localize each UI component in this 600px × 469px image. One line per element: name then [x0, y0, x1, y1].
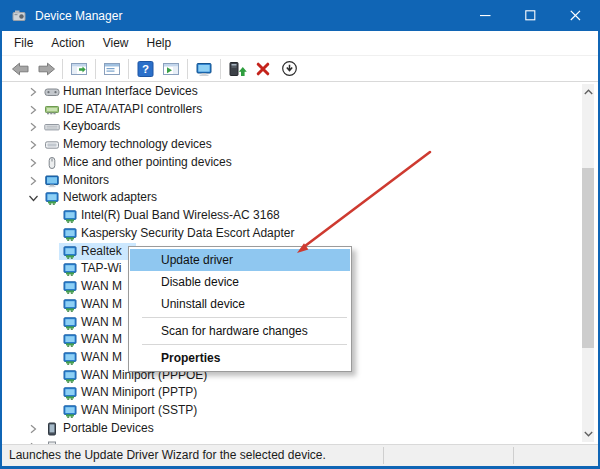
menubar: FileActionViewHelp: [2, 31, 598, 56]
monitor-icon: [44, 173, 60, 189]
context-menu-separator: [142, 344, 347, 345]
menubar-item-file[interactable]: File: [5, 31, 42, 55]
portable-icon: [44, 421, 60, 437]
tree-item-kaspersky-security-data-escort-adapter[interactable]: Kaspersky Security Data Escort Adapter: [2, 225, 585, 243]
tree-item-memory-technology-devices[interactable]: Memory technology devices: [2, 136, 585, 154]
tree-item-human-interface-devices[interactable]: Human Interface Devices: [2, 83, 585, 101]
chevron-right-icon[interactable]: [26, 103, 40, 117]
context-menu-item-scan-for-hardware-changes[interactable]: Scan for hardware changes: [130, 320, 350, 342]
tree-item-ide-ata-atapi-controllers[interactable]: IDE ATA/ATAPI controllers: [2, 101, 585, 119]
device-manager-window: Device Manager FileActionViewHelp ? Huma…: [0, 0, 600, 469]
window-controls: [463, 0, 598, 31]
chevron-right-icon[interactable]: [26, 138, 40, 152]
context-menu-separator: [142, 317, 347, 318]
tree-item-label: Keyboards: [63, 118, 120, 136]
tree-item-label: Mice and other pointing devices: [63, 154, 232, 172]
tree-item-label: WAN M: [81, 314, 122, 332]
toolbar-button-computer-icon[interactable]: [191, 57, 217, 81]
tree-item-label: IDE ATA/ATAPI controllers: [63, 101, 202, 119]
hid-icon: [44, 84, 60, 100]
tree-item-label: Network adapters: [63, 189, 157, 207]
tree-item-label: Human Interface Devices: [63, 83, 198, 101]
keyboard-icon: [44, 119, 60, 135]
chevron-right-icon[interactable]: [26, 85, 40, 99]
close-button[interactable]: [553, 0, 598, 31]
tree-item-network-adapters[interactable]: Network adapters: [2, 189, 585, 207]
toolbar-button-back-icon[interactable]: [7, 57, 33, 81]
tree-item-label: Kaspersky Security Data Escort Adapter: [81, 225, 294, 243]
toolbar-separator: [187, 59, 188, 79]
status-text: Launches the Update Driver Wizard for th…: [2, 448, 326, 462]
network-adapter-icon: [62, 368, 78, 384]
tree-item-label: Memory technology devices: [63, 136, 212, 154]
tree-item-label: WAN M: [81, 296, 122, 314]
tree-item-label: WAN M: [81, 349, 122, 367]
network-adapter-icon: [62, 279, 78, 295]
context-menu: Update driverDisable deviceUninstall dev…: [128, 246, 352, 372]
network-adapter-icon: [62, 350, 78, 366]
tree-item-label: WAN M: [81, 278, 122, 296]
toolbar-button-help-icon[interactable]: ?: [132, 57, 158, 81]
scrollbar-thumb[interactable]: [582, 168, 594, 348]
network-adapter-icon: [62, 244, 78, 260]
context-menu-item-properties[interactable]: Properties: [130, 347, 350, 369]
tree-item-label: Portable Devices: [63, 420, 154, 438]
memory-icon: [44, 137, 60, 153]
mouse-icon: [44, 155, 60, 171]
chevron-right-icon[interactable]: [26, 120, 40, 134]
network-adapter-icon: [62, 332, 78, 348]
chevron-right-icon[interactable]: [26, 156, 40, 170]
toolbar-button-uninstall-icon[interactable]: [250, 57, 276, 81]
tree-item-keyboards[interactable]: Keyboards: [2, 118, 585, 136]
toolbar-button-update-driver-icon[interactable]: [224, 57, 250, 81]
scroll-down-button[interactable]: [582, 426, 594, 442]
context-menu-item-uninstall-device[interactable]: Uninstall device: [130, 293, 350, 315]
tree-item-label: Monitors: [63, 172, 109, 190]
chevron-right-icon[interactable]: [26, 422, 40, 436]
toolbar-button-show-console-tree-icon[interactable]: [66, 57, 92, 81]
tree-item-monitors[interactable]: Monitors: [2, 172, 585, 190]
network-adapter-icon: [62, 385, 78, 401]
tree-item-label: WAN Miniport (SSTP): [81, 402, 197, 420]
scroll-up-button[interactable]: [582, 84, 594, 100]
context-menu-item-update-driver[interactable]: Update driver: [130, 249, 350, 271]
toolbar-button-disable-icon[interactable]: [276, 57, 302, 81]
tree-item-label: WAN Miniport (PPTP): [81, 384, 197, 402]
context-menu-item-disable-device[interactable]: Disable device: [130, 271, 350, 293]
network-adapter-icon: [62, 315, 78, 331]
chevron-right-icon[interactable]: [26, 174, 40, 188]
tree-item-mice-and-other-pointing-devices[interactable]: Mice and other pointing devices: [2, 154, 585, 172]
menubar-item-view[interactable]: View: [94, 31, 138, 55]
toolbar: ?: [2, 56, 598, 82]
vertical-scrollbar[interactable]: [582, 84, 594, 442]
minimize-button[interactable]: [463, 0, 508, 31]
tree-item-label: WAN M: [81, 331, 122, 349]
tree-item-intel-r-dual-band-wireless-ac-3168[interactable]: Intel(R) Dual Band Wireless-AC 3168: [2, 207, 585, 225]
chevron-down-icon[interactable]: [26, 191, 40, 205]
network-adapter-icon: [62, 261, 78, 277]
statusbar: Launches the Update Driver Wizard for th…: [2, 444, 598, 466]
tree-item-wan-miniport-sstp[interactable]: WAN Miniport (SSTP): [2, 402, 585, 420]
menubar-item-help[interactable]: Help: [138, 31, 181, 55]
network-adapter-icon: [62, 226, 78, 242]
tree-item-wan-miniport-pptp[interactable]: WAN Miniport (PPTP): [2, 384, 585, 402]
toolbar-button-show-action-pane-icon[interactable]: [158, 57, 184, 81]
tree-item-label: Realtek: [81, 243, 122, 261]
maximize-button[interactable]: [508, 0, 553, 31]
tree-item-label: Intel(R) Dual Band Wireless-AC 3168: [81, 207, 280, 225]
tree-item-portable-devices[interactable]: Portable Devices: [2, 420, 585, 438]
statusbar-separator: [513, 447, 514, 464]
network-adapter-icon: [44, 190, 60, 206]
toolbar-separator: [128, 59, 129, 79]
menubar-item-action[interactable]: Action: [42, 31, 93, 55]
network-adapter-icon: [62, 297, 78, 313]
toolbar-button-properties-icon[interactable]: [99, 57, 125, 81]
svg-text:?: ?: [141, 63, 148, 75]
window-title: Device Manager: [35, 9, 122, 23]
network-adapter-icon: [62, 208, 78, 224]
toolbar-separator: [220, 59, 221, 79]
toolbar-button-forward-icon[interactable]: [33, 57, 59, 81]
toolbar-separator: [95, 59, 96, 79]
network-adapter-icon: [62, 403, 78, 419]
tree-item-label: TAP-Wi: [81, 260, 121, 278]
